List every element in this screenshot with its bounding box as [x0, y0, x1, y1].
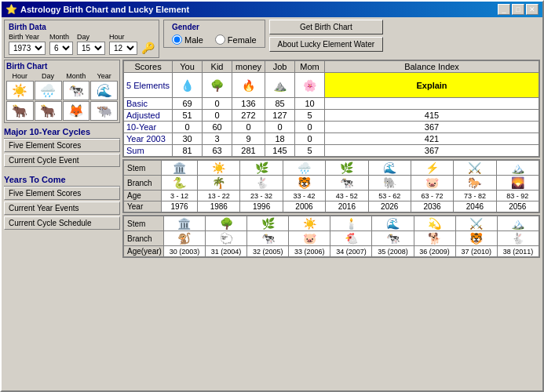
- title-bar: ⭐ Astrology Birth Chart and Lucky Elemen…: [2, 2, 542, 17]
- year2003-job: 18: [265, 133, 295, 145]
- adjusted-you: 51: [173, 110, 203, 122]
- col-kid: Kid: [203, 61, 232, 73]
- key-icon[interactable]: 🔑: [141, 42, 155, 54]
- month-group: Month 6: [49, 33, 73, 55]
- year-label: Birth Year: [9, 33, 46, 41]
- minimize-button[interactable]: _: [498, 4, 510, 15]
- scores-header-row: Scores You Kid money Job Mom Balance Ind…: [124, 61, 539, 73]
- current-year-events-button[interactable]: Current Year Events: [4, 201, 120, 215]
- hour-select[interactable]: 12: [109, 42, 137, 55]
- ten-year-job: 0: [265, 122, 295, 133]
- chart-row1: ☀️ 🌧️ 🐄 🌊: [6, 81, 118, 100]
- yb9: 🐇: [497, 231, 539, 246]
- major-cycles-label: Major 10-Year Cycles: [4, 125, 120, 139]
- years-five-element-button[interactable]: Five Element Scores: [4, 187, 120, 200]
- cycles-age-row: Age 3 - 12 13 - 22 23 - 32 33 - 42 43 - …: [124, 191, 539, 201]
- gender-female-option[interactable]: Female: [215, 34, 257, 45]
- basic-you: 69: [173, 98, 203, 110]
- ca4: 33 - 42: [283, 191, 325, 201]
- gender-female-radio[interactable]: [215, 34, 225, 45]
- years-to-come-label: Years To Come: [4, 173, 120, 187]
- ya6: 35 (2008): [372, 246, 414, 257]
- chart-cell-hour-top: ☀️: [6, 81, 34, 100]
- cycles-age-label: Age: [124, 191, 162, 201]
- five-element-scores-button[interactable]: Five Element Scores: [4, 139, 120, 152]
- window-title: Astrology Birth Chart and Lucky Element: [20, 5, 189, 14]
- day-select[interactable]: 15: [77, 42, 105, 55]
- chart-cell-day-bot: 🐂: [35, 101, 62, 121]
- ys4: ☀️: [289, 216, 330, 231]
- hour-label: Hour: [109, 33, 137, 41]
- cb8: 🐎: [454, 176, 496, 191]
- lucky-element-button[interactable]: About Lucky Element Water: [269, 37, 384, 52]
- five-elem-money: 🔥: [232, 73, 265, 98]
- cy5: 2016: [326, 201, 368, 212]
- years-data-table: Stem 🏛️ 🌳 🌿 ☀️ 🕯️ 🌊 💫 ⚔️ 🏔️: [123, 216, 539, 257]
- years-branch-row: Branch 🐒 🐑 🐄 🐷 🐔 🐄 🐕 🐯 🐇: [124, 231, 539, 246]
- gender-male-option[interactable]: Male: [172, 34, 203, 45]
- ca5: 43 - 52: [326, 191, 368, 201]
- cycles-year-label: Year: [124, 201, 162, 212]
- ca7: 63 - 72: [411, 191, 453, 201]
- chart-header-year: Year: [90, 72, 118, 80]
- title-bar-buttons: _ □ ✕: [498, 4, 539, 15]
- cycles-branch-label: Branch: [124, 176, 162, 191]
- explain-cell[interactable]: Explain: [325, 73, 539, 98]
- years-section: Stem 🏛️ 🌳 🌿 ☀️ 🕯️ 🌊 💫 ⚔️ 🏔️: [122, 215, 540, 258]
- year2003-mom: 0: [295, 133, 325, 145]
- year2003-kid: 3: [203, 133, 232, 145]
- cy9: 2056: [496, 201, 539, 212]
- years-age-label: Age(year): [124, 246, 164, 257]
- chart-row2: 🐂 🐂 🦊 🐃: [6, 101, 118, 121]
- five-elem-job: ⛰️: [265, 73, 295, 98]
- current-cycle-event-button[interactable]: Current Cycle Event: [4, 154, 120, 167]
- title-bar-left: ⭐ Astrology Birth Chart and Lucky Elemen…: [5, 4, 189, 15]
- ys5: 🕯️: [330, 216, 372, 231]
- ya3: 32 (2005): [247, 246, 289, 257]
- yb8: 🐯: [455, 231, 497, 246]
- maximize-button[interactable]: □: [512, 4, 524, 15]
- chart-cell-hour-bot: 🐂: [6, 101, 34, 121]
- chart-headers: Hour Day Month Year: [6, 72, 118, 80]
- gender-male-radio[interactable]: [172, 34, 182, 45]
- cy4: 2006: [283, 201, 325, 212]
- month-select[interactable]: 6: [49, 42, 73, 55]
- cycles-data-table: Stem 🏛️ ☀️ 🌿 🌧️ 🌿 🌊 ⚡ ⚔️ 🏔️: [123, 160, 539, 212]
- buttons-box: Get Birth Chart About Lucky Element Wate…: [269, 20, 384, 52]
- yb7: 🐕: [414, 231, 455, 246]
- cy1: 1976: [162, 201, 198, 212]
- adjusted-kid: 0: [203, 110, 232, 122]
- sum-you: 81: [173, 145, 203, 157]
- adjusted-balance: 415: [325, 110, 539, 122]
- hour-control: 12: [109, 42, 137, 55]
- cycles-branch-row: Branch 🐍 🌴 🐇 🐯 🐄 🐘 🐷 🐎 🌄: [124, 176, 539, 191]
- ya4: 33 (2006): [289, 246, 330, 257]
- cb1: 🐍: [162, 176, 198, 191]
- five-elements-row: 5 Elements 💧 🌳 🔥 ⛰️ 🌸 Explain: [124, 73, 539, 98]
- cy3: 1996: [240, 201, 283, 212]
- birth-chart-box: Birth Chart Hour Day Month Year ☀️ 🌧️ 🐄 …: [4, 60, 120, 123]
- cycles-stem-label: Stem: [124, 161, 162, 176]
- year-control: 1973: [9, 42, 46, 55]
- close-button[interactable]: ✕: [526, 4, 539, 15]
- month-label: Month: [49, 33, 73, 41]
- ya2: 31 (2004): [206, 246, 247, 257]
- ca6: 53 - 62: [368, 191, 411, 201]
- ten-year-balance: 367: [325, 122, 539, 133]
- cycles-section: Stem 🏛️ ☀️ 🌿 🌧️ 🌿 🌊 ⚡ ⚔️ 🏔️: [122, 159, 540, 213]
- get-birth-chart-button[interactable]: Get Birth Chart: [269, 20, 384, 34]
- birth-chart-label: Birth Chart: [6, 62, 118, 71]
- day-group: Day 15: [77, 33, 105, 55]
- cb4: 🐯: [283, 176, 325, 191]
- cs6: 🌊: [368, 161, 411, 176]
- current-cycle-schedule-button[interactable]: Current Cycle Schedule: [4, 216, 120, 230]
- cb7: 🐷: [411, 176, 453, 191]
- chart-cell-year-top: 🌊: [90, 81, 118, 100]
- birth-year-select[interactable]: 1973: [9, 42, 46, 55]
- scores-section: Scores You Kid money Job Mom Balance Ind…: [122, 60, 540, 158]
- ya7: 36 (2009): [414, 246, 455, 257]
- cs8: ⚔️: [454, 161, 496, 176]
- ya1: 30 (2003): [163, 246, 205, 257]
- scores-table: Scores You Kid money Job Mom Balance Ind…: [123, 60, 539, 157]
- yb5: 🐔: [330, 231, 372, 246]
